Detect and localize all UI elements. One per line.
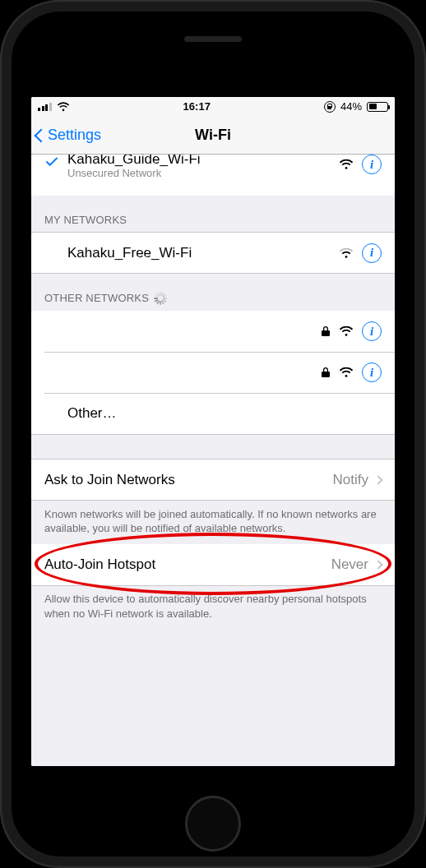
other-network-row[interactable]: i bbox=[31, 352, 395, 393]
my-network-row[interactable]: Kahaku_Free_Wi-Fi i bbox=[31, 233, 395, 274]
connected-network-row[interactable]: Kahaku_Guide_Wi-Fi Unsecured Network i bbox=[31, 155, 395, 196]
section-header-my-networks: MY NETWORKS bbox=[31, 196, 395, 232]
other-network-manual[interactable]: Other… bbox=[31, 393, 395, 434]
info-button[interactable]: i bbox=[362, 155, 382, 174]
chevron-right-icon bbox=[373, 560, 382, 569]
wifi-signal-icon bbox=[339, 367, 354, 378]
wifi-signal-icon bbox=[339, 326, 354, 337]
page-title: Wi-Fi bbox=[195, 127, 231, 144]
other-label: Other… bbox=[67, 405, 382, 422]
back-label: Settings bbox=[48, 127, 101, 144]
status-time: 16:17 bbox=[183, 100, 211, 113]
battery-percent: 44% bbox=[340, 100, 362, 113]
phone-frame: 16:17 44% Settings Wi-Fi bbox=[0, 0, 426, 868]
ask-to-join-value: Notify bbox=[333, 472, 368, 488]
auto-join-hotspot-label: Auto-Join Hotspot bbox=[44, 556, 331, 573]
chevron-right-icon bbox=[373, 475, 382, 484]
auto-join-hotspot-row[interactable]: Auto-Join Hotspot Never bbox=[31, 544, 395, 585]
ask-to-join-footer: Known networks will be joined automatica… bbox=[31, 501, 395, 544]
chevron-left-icon bbox=[35, 128, 49, 142]
wifi-signal-icon bbox=[339, 247, 354, 259]
nav-bar: Settings Wi-Fi bbox=[31, 117, 395, 155]
wifi-signal-icon bbox=[339, 159, 354, 170]
connected-network-name: Kahaku_Guide_Wi-Fi bbox=[67, 155, 339, 168]
status-bar: 16:17 44% bbox=[31, 97, 395, 117]
checkmark-icon bbox=[44, 155, 59, 169]
spinner-icon bbox=[154, 292, 167, 305]
auto-join-hotspot-value: Never bbox=[331, 556, 368, 573]
battery-icon bbox=[367, 102, 388, 112]
info-button[interactable]: i bbox=[362, 362, 382, 382]
info-button[interactable]: i bbox=[362, 321, 382, 341]
network-name: Kahaku_Free_Wi-Fi bbox=[67, 245, 339, 261]
phone-speaker bbox=[184, 36, 242, 42]
home-button[interactable] bbox=[185, 796, 241, 852]
screen: 16:17 44% Settings Wi-Fi bbox=[31, 97, 395, 766]
lock-icon bbox=[321, 367, 331, 378]
section-header-other-networks: OTHER NETWORKS bbox=[31, 274, 395, 311]
connected-network-subtitle: Unsecured Network bbox=[67, 168, 339, 179]
other-network-row[interactable]: i bbox=[31, 311, 395, 352]
auto-join-hotspot-footer: Allow this device to automatically disco… bbox=[31, 585, 395, 629]
ask-to-join-row[interactable]: Ask to Join Networks Notify bbox=[31, 459, 395, 501]
ask-to-join-label: Ask to Join Networks bbox=[44, 472, 333, 488]
wifi-icon bbox=[57, 102, 70, 112]
back-button[interactable]: Settings bbox=[36, 117, 101, 154]
cell-signal-icon bbox=[38, 102, 52, 111]
lock-icon bbox=[321, 326, 331, 337]
content[interactable]: Kahaku_Guide_Wi-Fi Unsecured Network i M… bbox=[31, 155, 395, 766]
rotation-lock-icon bbox=[324, 101, 336, 113]
info-button[interactable]: i bbox=[362, 243, 382, 263]
